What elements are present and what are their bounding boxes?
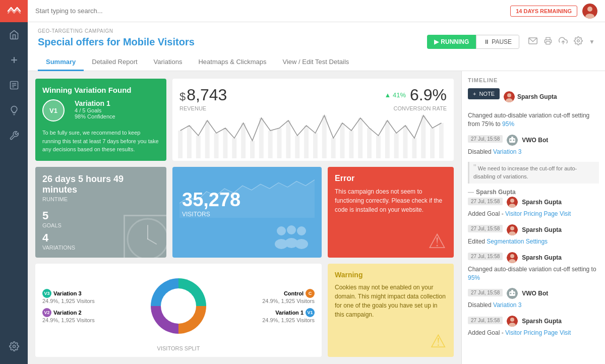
winning-variation-card: Winning Variation Found V1 Variation 1 4…: [35, 79, 166, 161]
row3: V3 Variation 3 24.9%, 1,925 Visitors: [35, 264, 454, 357]
pause-button[interactable]: ⏸ PAUSE: [476, 35, 519, 49]
visitors-split-card: V3 Variation 3 24.9%, 1,925 Visitors: [35, 264, 322, 357]
dollar-sign: $: [179, 88, 186, 103]
tab-variations[interactable]: Variations: [146, 54, 191, 71]
event-text-6: Added Goal - Visitor Pricing Page Visit: [468, 329, 599, 337]
runtime-label: RUNTIME: [42, 196, 159, 202]
days-remaining-badge[interactable]: 14 DAYS REMAINING: [510, 6, 577, 17]
event-header: 27 Jul, 15:58 VWO Bot: [468, 135, 599, 146]
svg-rect-23: [259, 118, 264, 158]
svg-rect-76: [511, 290, 513, 291]
content-area: Winning Variation Found V1 Variation 1 4…: [28, 71, 605, 364]
svg-rect-39: [403, 126, 408, 158]
svg-rect-41: [421, 115, 426, 158]
variation-name: Variation 1: [75, 99, 115, 107]
svg-rect-20: [232, 138, 236, 158]
event-header-5: 27 Jul, 15:58 VWO Bot: [468, 288, 599, 299]
link-variation3-1[interactable]: Variation 3: [493, 148, 521, 155]
event-user-3: Sparsh Gupta: [522, 226, 562, 233]
event-header-2: 27 Jul, 15:58 Sparsh Gupta: [468, 197, 599, 208]
event-text-1: Disabled Variation 3: [468, 148, 599, 156]
svg-rect-34: [358, 118, 362, 158]
print-icon[interactable]: [543, 37, 553, 47]
pause-icon: ⏸: [483, 38, 490, 45]
svg-point-70: [510, 254, 514, 258]
svg-point-78: [510, 318, 514, 322]
timeline-event-4: 27 Jul, 15:58 Sparsh Gupta Changed auto-…: [468, 252, 599, 282]
svg-rect-27: [295, 136, 299, 158]
note-username: Sparsh Gupta: [517, 93, 557, 100]
timeline-sidebar: TIMELINE + NOTE Sparsh Gupta Changed aut…: [461, 71, 605, 364]
event-text-2: Added Goal - Visitor Pricing Page Visit: [468, 210, 599, 218]
sidebar: [0, 0, 28, 364]
running-button[interactable]: ▶ RUNNING: [427, 35, 476, 49]
sparsh-avatar-6: [507, 316, 518, 327]
svg-rect-17: [205, 120, 210, 158]
main-area: 14 DAYS REMAINING GEO-TARGETING CAMPAIGN…: [28, 0, 605, 364]
tab-detailed-report[interactable]: Detailed Report: [84, 54, 145, 71]
user-avatar[interactable]: [582, 4, 597, 19]
gear-icon[interactable]: [574, 36, 583, 47]
svg-rect-28: [304, 126, 309, 158]
timeline-event-2: 27 Jul, 15:58 Sparsh Gupta Added Goal - …: [468, 197, 599, 218]
svg-point-74: [510, 293, 512, 294]
campaign-header: GEO-TARGETING CAMPAIGN Special offers fo…: [28, 22, 605, 71]
revenue-amount: 8,743: [187, 86, 227, 104]
svg-point-44: [128, 219, 166, 258]
winning-description: To be fully sure, we recommend to keep r…: [42, 129, 159, 154]
topbar: 14 DAYS REMAINING: [28, 0, 605, 22]
play-icon: ▶: [434, 38, 439, 45]
event-date-2: 27 Jul, 15:58: [468, 198, 503, 205]
svg-rect-15: [187, 126, 192, 158]
c-badge: C: [306, 289, 315, 298]
link-95pct-1[interactable]: 95%: [502, 120, 514, 128]
sidebar-icon-home[interactable]: [0, 22, 28, 47]
runtime-time: 26 days 5 hours 49 minutes: [42, 174, 159, 195]
visitors-split-title: VISITORS SPLIT: [42, 345, 315, 351]
link-visitor-pricing-1[interactable]: Visitor Pricing Page Visit: [505, 210, 571, 217]
mail-icon[interactable]: [528, 37, 537, 46]
search-input[interactable]: [35, 7, 510, 15]
event-date-4: 27 Jul, 15:58: [468, 253, 503, 260]
warning-yellow-icon: ⚠: [430, 331, 446, 352]
svg-rect-38: [394, 133, 399, 158]
add-note-button[interactable]: + NOTE: [468, 88, 500, 99]
event-date-6: 27 Jul, 15:58: [468, 317, 503, 324]
sidebar-icon-ideas[interactable]: [0, 98, 28, 123]
warning-title: Warning: [335, 271, 447, 279]
link-variation3-2[interactable]: Variation 3: [493, 301, 521, 309]
clock-decoration: [124, 215, 166, 258]
error-card: Error This campaign does not seem to fun…: [328, 167, 454, 258]
link-95pct-2[interactable]: 95%: [468, 274, 480, 281]
svg-rect-40: [412, 138, 416, 158]
tabs: Summary Detailed Report Variations Heatm…: [38, 54, 595, 71]
svg-rect-32: [340, 123, 345, 158]
campaign-title-row: Special offers for Mobile Visitors ▶ RUN…: [38, 35, 595, 49]
main-content: Winning Variation Found V1 Variation 1 4…: [28, 71, 461, 364]
event-header-3: 27 Jul, 15:58 Sparsh Gupta: [468, 224, 599, 235]
conversion-rate: 6.9%: [410, 86, 447, 104]
event-user-4: Sparsh Gupta: [522, 254, 562, 261]
link-visitor-pricing-2[interactable]: Visitor Pricing Page Visit: [505, 329, 571, 336]
sidebar-icon-reports[interactable]: [0, 73, 28, 98]
conversion-section: ▲ 41% 6.9% CONVERSION RATE: [385, 86, 447, 111]
svg-rect-29: [313, 133, 318, 158]
app-logo[interactable]: [0, 0, 28, 22]
link-segmentation[interactable]: Segmentation Settings: [487, 238, 548, 245]
variation-info: Variation 1 4 / 5 Goals 98% Confidence: [75, 99, 115, 119]
svg-point-6: [13, 345, 15, 348]
tab-summary[interactable]: Summary: [38, 54, 84, 71]
upload-icon[interactable]: [559, 36, 568, 47]
svg-rect-22: [250, 141, 255, 158]
quote-block: " We need to increase the cut-off for au…: [468, 162, 599, 184]
tab-view-edit[interactable]: View / Edit Test Details: [275, 54, 357, 71]
tab-heatmaps[interactable]: Heatmaps & Clickmaps: [190, 54, 274, 71]
visitors-count: 35,278: [182, 189, 315, 211]
variation-goals: 4 / 5 Goals: [75, 107, 115, 113]
sidebar-icon-add[interactable]: [0, 47, 28, 73]
svg-point-54: [161, 288, 196, 324]
sidebar-icon-settings[interactable]: [0, 334, 28, 359]
chevron-down-icon[interactable]: ▼: [589, 38, 595, 45]
sidebar-icon-tools[interactable]: [0, 123, 28, 148]
svg-line-46: [148, 239, 156, 244]
